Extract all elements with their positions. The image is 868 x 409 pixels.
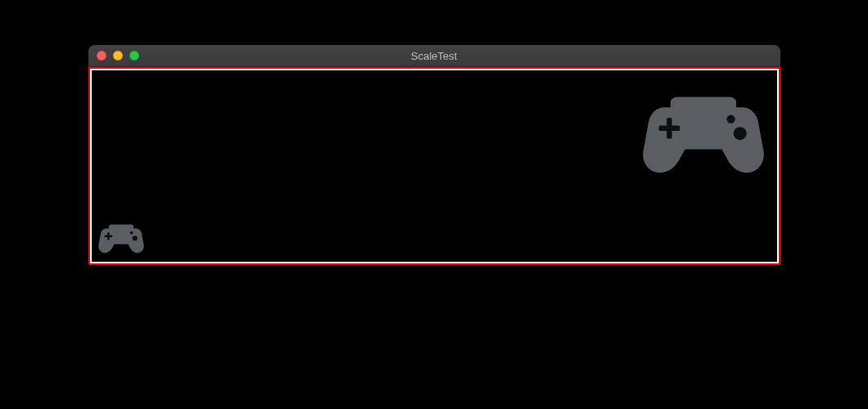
traffic-lights xyxy=(97,51,139,61)
window-title: ScaleTest xyxy=(88,50,780,62)
svg-point-6 xyxy=(726,115,735,123)
app-window: ScaleTest xyxy=(88,45,780,265)
close-button[interactable] xyxy=(97,51,106,61)
game-controller-icon xyxy=(97,218,146,257)
svg-point-7 xyxy=(733,127,746,140)
game-controller-icon xyxy=(638,79,769,183)
titlebar[interactable]: ScaleTest xyxy=(88,45,780,67)
minimize-button[interactable] xyxy=(113,51,123,61)
svg-rect-1 xyxy=(104,236,112,237)
svg-point-3 xyxy=(132,236,137,240)
maximize-button[interactable] xyxy=(129,51,139,61)
svg-rect-5 xyxy=(658,126,680,131)
canvas xyxy=(92,70,777,262)
content-area xyxy=(88,67,780,265)
svg-point-2 xyxy=(129,231,133,235)
